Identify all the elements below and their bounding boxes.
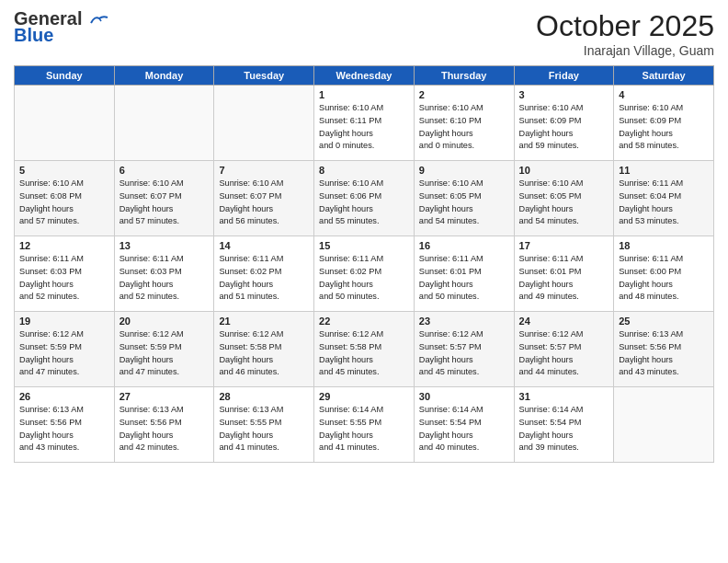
table-row (614, 387, 714, 463)
calendar-table: Sunday Monday Tuesday Wednesday Thursday… (14, 65, 714, 463)
table-row: 23Sunrise: 6:12 AMSunset: 5:57 PMDayligh… (414, 312, 514, 387)
day-number: 1 (319, 89, 409, 100)
table-row: 29Sunrise: 6:14 AMSunset: 5:55 PMDayligh… (314, 387, 415, 463)
day-detail: Sunrise: 6:11 AMSunset: 6:01 PMDaylight … (519, 253, 609, 304)
table-row: 8Sunrise: 6:10 AMSunset: 6:06 PMDaylight… (314, 161, 415, 236)
day-detail: Sunrise: 6:13 AMSunset: 5:56 PMDaylight … (619, 328, 709, 379)
calendar-week-row: 26Sunrise: 6:13 AMSunset: 5:56 PMDayligh… (15, 387, 714, 463)
col-monday: Monday (114, 66, 214, 86)
day-number: 6 (119, 165, 210, 176)
table-row (214, 86, 314, 161)
calendar-week-row: 12Sunrise: 6:11 AMSunset: 6:03 PMDayligh… (15, 236, 714, 312)
table-row: 4Sunrise: 6:10 AMSunset: 6:09 PMDaylight… (614, 86, 714, 161)
day-detail: Sunrise: 6:14 AMSunset: 5:54 PMDaylight … (419, 404, 509, 454)
table-row: 16Sunrise: 6:11 AMSunset: 6:01 PMDayligh… (414, 236, 514, 312)
day-number: 22 (319, 316, 409, 327)
day-detail: Sunrise: 6:10 AMSunset: 6:06 PMDaylight … (319, 178, 409, 228)
table-row (114, 86, 214, 161)
day-detail: Sunrise: 6:10 AMSunset: 6:09 PMDaylight … (519, 102, 609, 153)
calendar-week-row: 1Sunrise: 6:10 AMSunset: 6:11 PMDaylight… (15, 86, 714, 161)
table-row: 15Sunrise: 6:11 AMSunset: 6:02 PMDayligh… (314, 236, 415, 312)
day-detail: Sunrise: 6:10 AMSunset: 6:08 PMDaylight … (19, 178, 109, 228)
calendar-header-row: Sunday Monday Tuesday Wednesday Thursday… (15, 66, 714, 86)
col-tuesday: Tuesday (214, 66, 314, 86)
day-number: 25 (619, 316, 709, 327)
day-detail: Sunrise: 6:10 AMSunset: 6:07 PMDaylight … (119, 178, 210, 228)
table-row: 31Sunrise: 6:14 AMSunset: 5:54 PMDayligh… (514, 387, 614, 463)
day-number: 28 (219, 391, 309, 402)
col-friday: Friday (514, 66, 614, 86)
day-number: 17 (519, 240, 609, 251)
col-thursday: Thursday (414, 66, 514, 86)
day-detail: Sunrise: 6:10 AMSunset: 6:09 PMDaylight … (619, 102, 709, 153)
logo-bird-icon (89, 14, 109, 27)
title-block: October 2025 Inarajan Village, Guam (536, 9, 714, 58)
day-detail: Sunrise: 6:11 AMSunset: 6:00 PMDaylight … (619, 253, 709, 304)
day-detail: Sunrise: 6:10 AMSunset: 6:05 PMDaylight … (519, 178, 609, 228)
table-row: 12Sunrise: 6:11 AMSunset: 6:03 PMDayligh… (15, 236, 115, 312)
day-detail: Sunrise: 6:10 AMSunset: 6:07 PMDaylight … (219, 178, 309, 228)
day-detail: Sunrise: 6:10 AMSunset: 6:05 PMDaylight … (419, 178, 509, 228)
day-number: 10 (519, 165, 609, 176)
day-number: 5 (19, 165, 109, 176)
day-detail: Sunrise: 6:11 AMSunset: 6:03 PMDaylight … (19, 253, 109, 304)
day-detail: Sunrise: 6:11 AMSunset: 6:03 PMDaylight … (119, 253, 210, 304)
table-row: 25Sunrise: 6:13 AMSunset: 5:56 PMDayligh… (614, 312, 714, 387)
day-number: 16 (419, 240, 509, 251)
day-detail: Sunrise: 6:12 AMSunset: 5:58 PMDaylight … (219, 328, 309, 379)
day-detail: Sunrise: 6:14 AMSunset: 5:55 PMDaylight … (319, 404, 409, 454)
day-number: 2 (419, 89, 509, 100)
day-detail: Sunrise: 6:13 AMSunset: 5:55 PMDaylight … (219, 404, 309, 454)
logo: General Blue (14, 9, 109, 44)
day-number: 4 (619, 89, 709, 100)
col-sunday: Sunday (15, 66, 115, 86)
page-header: General Blue October 2025 Inarajan Villa… (14, 9, 714, 58)
day-number: 3 (519, 89, 609, 100)
col-wednesday: Wednesday (314, 66, 415, 86)
table-row (15, 86, 115, 161)
day-number: 13 (119, 240, 210, 251)
day-number: 23 (419, 316, 509, 327)
month-title: October 2025 (536, 9, 714, 43)
day-detail: Sunrise: 6:12 AMSunset: 5:59 PMDaylight … (19, 328, 109, 379)
table-row: 10Sunrise: 6:10 AMSunset: 6:05 PMDayligh… (514, 161, 614, 236)
calendar-week-row: 19Sunrise: 6:12 AMSunset: 5:59 PMDayligh… (15, 312, 714, 387)
day-number: 20 (119, 316, 210, 327)
day-number: 12 (19, 240, 109, 251)
location-subtitle: Inarajan Village, Guam (536, 43, 714, 58)
table-row: 18Sunrise: 6:11 AMSunset: 6:00 PMDayligh… (614, 236, 714, 312)
table-row: 5Sunrise: 6:10 AMSunset: 6:08 PMDaylight… (15, 161, 115, 236)
day-number: 21 (219, 316, 309, 327)
day-detail: Sunrise: 6:13 AMSunset: 5:56 PMDaylight … (119, 404, 210, 454)
table-row: 17Sunrise: 6:11 AMSunset: 6:01 PMDayligh… (514, 236, 614, 312)
day-detail: Sunrise: 6:11 AMSunset: 6:02 PMDaylight … (219, 253, 309, 304)
day-detail: Sunrise: 6:11 AMSunset: 6:04 PMDaylight … (619, 178, 709, 228)
logo-blue: Blue (14, 26, 53, 44)
day-detail: Sunrise: 6:12 AMSunset: 5:57 PMDaylight … (519, 328, 609, 379)
page-container: General Blue October 2025 Inarajan Villa… (0, 0, 728, 472)
table-row: 21Sunrise: 6:12 AMSunset: 5:58 PMDayligh… (214, 312, 314, 387)
table-row: 9Sunrise: 6:10 AMSunset: 6:05 PMDaylight… (414, 161, 514, 236)
table-row: 22Sunrise: 6:12 AMSunset: 5:58 PMDayligh… (314, 312, 415, 387)
day-detail: Sunrise: 6:12 AMSunset: 5:59 PMDaylight … (119, 328, 210, 379)
day-number: 7 (219, 165, 309, 176)
day-number: 24 (519, 316, 609, 327)
day-number: 31 (519, 391, 609, 402)
day-number: 19 (19, 316, 109, 327)
table-row: 11Sunrise: 6:11 AMSunset: 6:04 PMDayligh… (614, 161, 714, 236)
day-detail: Sunrise: 6:12 AMSunset: 5:58 PMDaylight … (319, 328, 409, 379)
day-number: 8 (319, 165, 409, 176)
table-row: 24Sunrise: 6:12 AMSunset: 5:57 PMDayligh… (514, 312, 614, 387)
col-saturday: Saturday (614, 66, 714, 86)
day-number: 29 (319, 391, 409, 402)
table-row: 26Sunrise: 6:13 AMSunset: 5:56 PMDayligh… (15, 387, 115, 463)
table-row: 3Sunrise: 6:10 AMSunset: 6:09 PMDaylight… (514, 86, 614, 161)
table-row: 20Sunrise: 6:12 AMSunset: 5:59 PMDayligh… (114, 312, 214, 387)
day-detail: Sunrise: 6:14 AMSunset: 5:54 PMDaylight … (519, 404, 609, 454)
day-detail: Sunrise: 6:11 AMSunset: 6:01 PMDaylight … (419, 253, 509, 304)
day-detail: Sunrise: 6:10 AMSunset: 6:11 PMDaylight … (319, 102, 409, 153)
day-detail: Sunrise: 6:10 AMSunset: 6:10 PMDaylight … (419, 102, 509, 153)
day-number: 18 (619, 240, 709, 251)
table-row: 30Sunrise: 6:14 AMSunset: 5:54 PMDayligh… (414, 387, 514, 463)
table-row: 6Sunrise: 6:10 AMSunset: 6:07 PMDaylight… (114, 161, 214, 236)
